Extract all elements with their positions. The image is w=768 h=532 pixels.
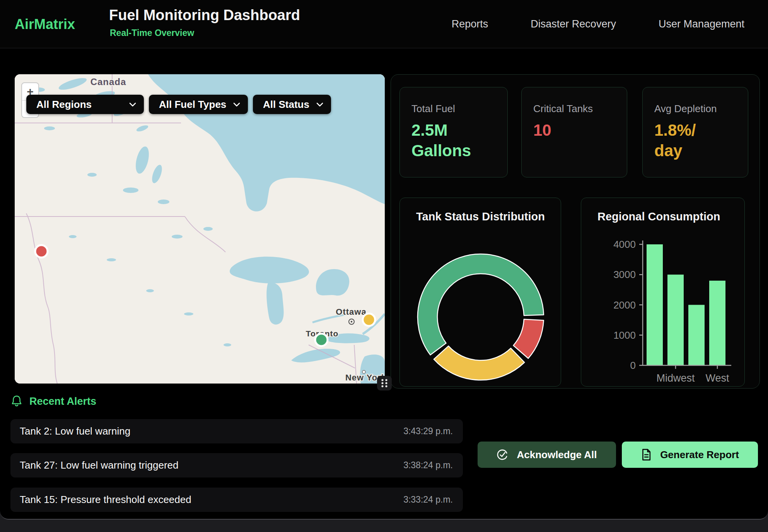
bar-region-3 bbox=[709, 281, 725, 365]
kpi-label: Total Fuel bbox=[411, 103, 507, 115]
tank-marker-warning[interactable] bbox=[363, 314, 375, 326]
page-title: Fuel Monitoring Dashboard bbox=[109, 7, 300, 24]
app-window: AirMatrix Fuel Monitoring Dashboard Real… bbox=[0, 0, 768, 520]
nav-disaster-recovery[interactable]: Disaster Recovery bbox=[531, 18, 616, 30]
kpi-label: Avg Depletion bbox=[654, 103, 748, 115]
check-circle-icon bbox=[497, 449, 508, 460]
y-axis-tick-label: 2000 bbox=[613, 299, 636, 311]
region-filter-value: All Regions bbox=[36, 99, 92, 111]
status-filter-dropdown[interactable]: All Status bbox=[253, 95, 331, 114]
nav-reports[interactable]: Reports bbox=[452, 18, 488, 30]
bar-region-2 bbox=[688, 305, 705, 366]
document-icon bbox=[641, 448, 652, 461]
x-axis-tick-label: West bbox=[705, 372, 729, 384]
donut-chart bbox=[400, 198, 561, 387]
acknowledge-all-button[interactable]: Acknowledge All bbox=[478, 442, 616, 468]
y-axis-tick-label: 1000 bbox=[613, 329, 636, 341]
alert-row: Tank 15: Pressure threshold exceeded 3:3… bbox=[10, 488, 463, 512]
kpi-total-fuel: Total Fuel 2.5MGallons bbox=[399, 87, 508, 177]
map-filter-bar: All Regions All Fuel Types All Status bbox=[26, 95, 331, 114]
tank-marker-critical[interactable] bbox=[35, 245, 48, 257]
y-axis-tick-label: 4000 bbox=[613, 239, 636, 250]
tank-status-chart-card: Tank Status Distribution bbox=[399, 198, 561, 387]
region-filter-dropdown[interactable]: All Regions bbox=[26, 95, 144, 114]
header: AirMatrix Fuel Monitoring Dashboard Real… bbox=[0, 0, 768, 48]
fuel-type-filter-dropdown[interactable]: All Fuel Types bbox=[149, 95, 248, 114]
nav-user-management[interactable]: User Management bbox=[659, 18, 744, 30]
acknowledge-all-label: Acknowledge All bbox=[517, 449, 597, 461]
kpi-label: Critical Tanks bbox=[533, 103, 627, 115]
y-axis-tick-label: 0 bbox=[630, 360, 636, 371]
new-york-town-icon bbox=[362, 370, 365, 373]
alert-timestamp: 3:33:24 p.m. bbox=[403, 494, 453, 505]
screen: AirMatrix Fuel Monitoring Dashboard Real… bbox=[0, 0, 768, 532]
donut-segment-warning bbox=[434, 346, 524, 380]
alert-message: Tank 2: Low fuel warning bbox=[20, 425, 130, 437]
x-axis-tick-label: Midwest bbox=[656, 372, 695, 384]
bar-chart: 01000200030004000MidwestWest bbox=[581, 198, 745, 387]
y-axis-tick-label: 3000 bbox=[613, 269, 636, 280]
alert-row: Tank 27: Low fuel warning triggered 3:38… bbox=[10, 453, 463, 477]
brand-logo: AirMatrix bbox=[15, 16, 75, 32]
recent-alerts-title: Recent Alerts bbox=[29, 396, 96, 408]
alert-message: Tank 27: Low fuel warning triggered bbox=[20, 459, 178, 471]
kpi-value: 1.8%/day bbox=[654, 120, 748, 161]
stats-panel: Total Fuel 2.5MGallons Critical Tanks 10… bbox=[391, 74, 760, 389]
main-nav: Reports Disaster Recovery User Managemen… bbox=[452, 0, 744, 48]
status-filter-value: All Status bbox=[263, 99, 309, 111]
fuel-type-filter-value: All Fuel Types bbox=[159, 99, 226, 111]
page-subtitle: Real-Time Overview bbox=[110, 28, 194, 38]
kpi-value: 2.5MGallons bbox=[411, 120, 507, 161]
tank-marker-normal[interactable] bbox=[315, 334, 328, 346]
bar-region-1 bbox=[667, 275, 684, 365]
resize-handle[interactable] bbox=[377, 376, 392, 390]
kpi-critical-tanks: Critical Tanks 10 bbox=[521, 87, 627, 177]
chevron-down-icon bbox=[316, 102, 323, 107]
kpi-value: 10 bbox=[533, 120, 627, 141]
regional-consumption-chart-card: Regional Consumption 01000200030004000Mi… bbox=[581, 198, 745, 387]
bell-icon bbox=[11, 395, 22, 408]
bar-region-0 bbox=[647, 244, 663, 365]
alert-row: Tank 2: Low fuel warning 3:43:29 p.m. bbox=[10, 419, 463, 443]
generate-report-label: Generate Report bbox=[660, 449, 739, 461]
chevron-down-icon bbox=[233, 102, 240, 107]
alert-message: Tank 15: Pressure threshold exceeded bbox=[20, 494, 191, 506]
kpi-avg-depletion: Avg Depletion 1.8%/day bbox=[642, 87, 748, 177]
map[interactable]: Canada Ottawa Toronto New York + − All R… bbox=[15, 74, 385, 384]
alert-timestamp: 3:38:24 p.m. bbox=[403, 460, 453, 471]
map-label-ottawa: Ottawa bbox=[336, 307, 366, 317]
map-canvas: Canada Ottawa Toronto New York bbox=[15, 74, 385, 384]
alert-timestamp: 3:43:29 p.m. bbox=[403, 426, 453, 437]
grip-dots-icon bbox=[380, 378, 389, 388]
chevron-down-icon bbox=[129, 102, 136, 107]
generate-report-button[interactable]: Generate Report bbox=[622, 442, 758, 468]
recent-alerts-header: Recent Alerts bbox=[11, 395, 96, 408]
donut-segment-critical bbox=[514, 319, 544, 358]
map-label-canada: Canada bbox=[90, 77, 126, 87]
